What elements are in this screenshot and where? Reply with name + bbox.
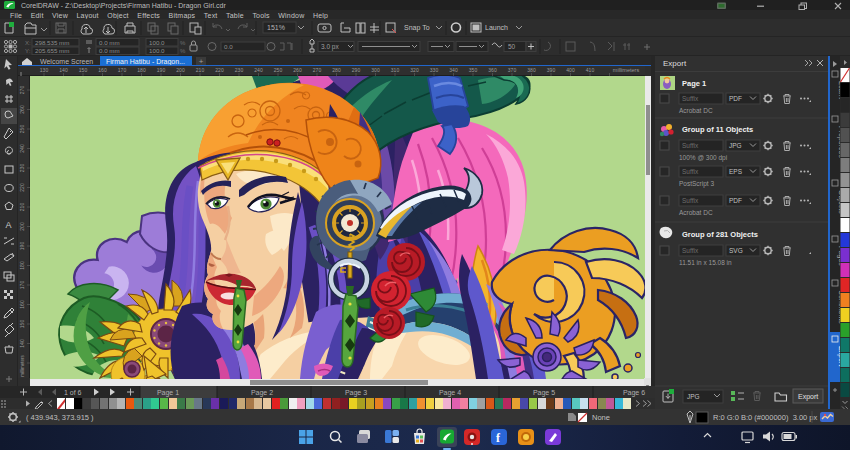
svg-text:A: A (6, 220, 12, 230)
svg-text:Acrobat DC: Acrobat DC (679, 107, 713, 114)
svg-text:250: 250 (274, 67, 283, 73)
svg-text:Suffix: Suffix (682, 95, 699, 102)
svg-text:JPG: JPG (729, 142, 742, 149)
svg-text:160: 160 (19, 300, 25, 309)
svg-text:Page 2: Page 2 (251, 389, 273, 397)
svg-text:260: 260 (293, 67, 302, 73)
svg-text:EPS: EPS (729, 168, 743, 175)
svg-text:JPG: JPG (687, 393, 700, 400)
svg-text:Page 6: Page 6 (623, 389, 645, 397)
svg-text:Launch: Launch (485, 24, 508, 31)
svg-text:100% @ 300 dpi: 100% @ 300 dpi (679, 154, 727, 162)
svg-text:100.0: 100.0 (149, 47, 165, 54)
svg-text:190: 190 (157, 67, 166, 73)
svg-text:Suffix: Suffix (682, 142, 699, 149)
svg-text:11.51 in x 15.08 in: 11.51 in x 15.08 in (679, 259, 732, 266)
svg-text:220: 220 (19, 183, 25, 192)
svg-text:SVG: SVG (729, 247, 743, 254)
svg-text:260: 260 (19, 105, 25, 114)
svg-text:298.535 mm: 298.535 mm (35, 39, 69, 46)
svg-text:1 of 6: 1 of 6 (64, 389, 82, 396)
svg-text:350: 350 (469, 67, 478, 73)
svg-text:millimeters: millimeters (613, 67, 640, 73)
svg-text:250: 250 (19, 125, 25, 134)
svg-text:50: 50 (508, 43, 516, 50)
svg-text:220: 220 (215, 67, 224, 73)
svg-text:Group of 281 Objects: Group of 281 Objects (682, 230, 758, 239)
svg-text:%: % (180, 40, 186, 46)
svg-text:Page 3: Page 3 (345, 389, 367, 397)
svg-text:180: 180 (137, 67, 146, 73)
svg-text:370: 370 (508, 67, 517, 73)
svg-text:None: None (592, 413, 610, 422)
svg-text:170: 170 (118, 67, 127, 73)
svg-text:190: 190 (19, 242, 25, 251)
svg-text:0.0 mm: 0.0 mm (99, 39, 120, 46)
svg-text:Export: Export (663, 59, 687, 68)
svg-text:230: 230 (235, 67, 244, 73)
svg-text:Suffix: Suffix (682, 168, 699, 175)
svg-text:%: % (180, 48, 186, 54)
svg-text:310: 310 (391, 67, 400, 73)
svg-text:270: 270 (19, 86, 25, 95)
svg-text:PDF: PDF (729, 95, 742, 102)
svg-text:340: 340 (449, 67, 458, 73)
svg-text:240: 240 (254, 67, 263, 73)
svg-text:230: 230 (19, 164, 25, 173)
svg-text:Suffix: Suffix (682, 247, 699, 254)
svg-text:210: 210 (19, 203, 25, 212)
svg-text:Export: Export (798, 393, 818, 401)
svg-text:X:: X: (25, 40, 31, 46)
svg-text:210: 210 (196, 67, 205, 73)
svg-text:160: 160 (98, 67, 107, 73)
svg-text:380: 380 (527, 67, 536, 73)
svg-text:R:0 G:0 B:0 (#000000) 3.00 px: R:0 G:0 B:0 (#000000) 3.00 px (713, 413, 817, 422)
svg-text:Page 1: Page 1 (682, 79, 706, 88)
svg-text:300: 300 (371, 67, 380, 73)
svg-text:140: 140 (59, 67, 68, 73)
svg-text:0.0 mm: 0.0 mm (99, 47, 120, 54)
svg-text:330: 330 (430, 67, 439, 73)
svg-text:280: 280 (332, 67, 341, 73)
svg-text:240: 240 (19, 144, 25, 153)
svg-text:151%: 151% (267, 24, 285, 31)
svg-text:205.655 mm: 205.655 mm (35, 47, 69, 54)
svg-text:130: 130 (40, 67, 49, 73)
svg-text:0.0: 0.0 (224, 43, 233, 50)
svg-text:270: 270 (313, 67, 322, 73)
svg-text:3.0 px: 3.0 px (321, 43, 339, 51)
svg-text:290: 290 (352, 67, 361, 73)
svg-text:150: 150 (79, 67, 88, 73)
svg-text:PDF: PDF (729, 197, 742, 204)
svg-text:150: 150 (19, 320, 25, 329)
svg-text:Acrobat DC: Acrobat DC (679, 209, 713, 216)
svg-text:140: 140 (19, 339, 25, 348)
svg-text:400: 400 (566, 67, 575, 73)
svg-text:Page 5: Page 5 (533, 389, 555, 397)
svg-text:170: 170 (19, 281, 25, 290)
svg-text:200: 200 (176, 67, 185, 73)
svg-text:Snap To: Snap To (404, 24, 430, 32)
svg-text:PostScript 3: PostScript 3 (679, 180, 714, 188)
svg-text:Page 4: Page 4 (439, 389, 461, 397)
svg-text:100.0: 100.0 (149, 39, 165, 46)
svg-text:Page 1: Page 1 (157, 389, 179, 397)
svg-text:320: 320 (410, 67, 419, 73)
svg-text:Group of 11 Objects: Group of 11 Objects (682, 125, 753, 134)
svg-text:Y:: Y: (25, 48, 31, 54)
svg-text:390: 390 (547, 67, 556, 73)
svg-text:millimeters: millimeters (20, 355, 25, 377)
svg-text:200: 200 (19, 222, 25, 231)
svg-text:( 439.943, 373.915 ): ( 439.943, 373.915 ) (26, 413, 94, 422)
svg-text:180: 180 (19, 261, 25, 270)
svg-text:360: 360 (488, 67, 497, 73)
svg-text:410: 410 (586, 67, 595, 73)
svg-text:Suffix: Suffix (682, 197, 699, 204)
